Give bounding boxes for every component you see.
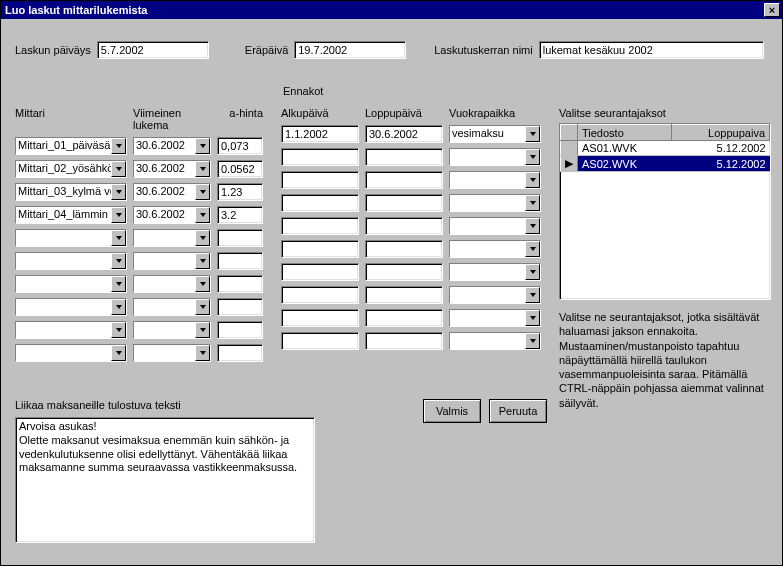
- chevron-down-icon[interactable]: [111, 230, 126, 246]
- tracking-col-end[interactable]: Loppupaiva: [672, 125, 770, 141]
- chevron-down-icon[interactable]: [111, 184, 126, 200]
- meter-combo-0[interactable]: Mittari_01_päiväsäh: [15, 137, 127, 155]
- chevron-down-icon[interactable]: [195, 138, 210, 154]
- adv-end-input-9[interactable]: [365, 332, 443, 350]
- meter-combo-9[interactable]: [15, 344, 127, 362]
- meter-price-input-7[interactable]: [217, 298, 263, 316]
- adv-place-combo-2[interactable]: [449, 171, 541, 189]
- adv-end-input-1[interactable]: [365, 148, 443, 166]
- meter-price-input-1[interactable]: [217, 160, 263, 178]
- memo-textarea[interactable]: [15, 417, 315, 543]
- chevron-down-icon[interactable]: [195, 322, 210, 338]
- adv-end-input-3[interactable]: [365, 194, 443, 212]
- meter-date-combo-4[interactable]: [133, 229, 211, 247]
- chevron-down-icon[interactable]: [525, 264, 540, 280]
- chevron-down-icon[interactable]: [525, 333, 540, 349]
- chevron-down-icon[interactable]: [195, 253, 210, 269]
- meter-date-combo-5[interactable]: [133, 252, 211, 270]
- adv-place-combo-8[interactable]: [449, 309, 541, 327]
- meter-price-input-2[interactable]: [217, 183, 263, 201]
- chevron-down-icon[interactable]: [195, 161, 210, 177]
- close-button[interactable]: ×: [764, 3, 780, 17]
- adv-start-input-2[interactable]: [281, 171, 359, 189]
- meter-combo-7[interactable]: [15, 298, 127, 316]
- adv-place-combo-6[interactable]: [449, 263, 541, 281]
- adv-start-input-8[interactable]: [281, 309, 359, 327]
- adv-place-combo-3[interactable]: [449, 194, 541, 212]
- chevron-down-icon[interactable]: [525, 287, 540, 303]
- adv-end-input-4[interactable]: [365, 217, 443, 235]
- adv-end-input-2[interactable]: [365, 171, 443, 189]
- meter-date-combo-0[interactable]: 30.6.2002: [133, 137, 211, 155]
- chevron-down-icon[interactable]: [111, 207, 126, 223]
- invoice-date-input[interactable]: [97, 41, 209, 59]
- adv-end-input-5[interactable]: [365, 240, 443, 258]
- meter-combo-8[interactable]: [15, 321, 127, 339]
- adv-start-input-5[interactable]: [281, 240, 359, 258]
- adv-start-input-6[interactable]: [281, 263, 359, 281]
- adv-end-input-7[interactable]: [365, 286, 443, 304]
- chevron-down-icon[interactable]: [525, 172, 540, 188]
- tracking-row[interactable]: ▶AS02.WVK5.12.2002: [561, 156, 770, 172]
- chevron-down-icon[interactable]: [195, 276, 210, 292]
- tracking-col-file[interactable]: Tiedosto: [578, 125, 672, 141]
- adv-start-input-1[interactable]: [281, 148, 359, 166]
- chevron-down-icon[interactable]: [111, 138, 126, 154]
- adv-place-combo-1[interactable]: [449, 148, 541, 166]
- adv-place-combo-7[interactable]: [449, 286, 541, 304]
- meter-combo-4[interactable]: [15, 229, 127, 247]
- run-name-input[interactable]: [539, 41, 764, 59]
- meter-price-input-5[interactable]: [217, 252, 263, 270]
- tracking-row[interactable]: AS01.WVK5.12.2002: [561, 141, 770, 156]
- tracking-listbox[interactable]: Tiedosto Loppupaiva AS01.WVK5.12.2002▶AS…: [559, 123, 771, 300]
- chevron-down-icon[interactable]: [525, 310, 540, 326]
- meter-combo-6[interactable]: [15, 275, 127, 293]
- meter-price-input-9[interactable]: [217, 344, 263, 362]
- peruuta-button[interactable]: Peruuta: [489, 399, 547, 423]
- meter-combo-5[interactable]: [15, 252, 127, 270]
- meter-price-input-3[interactable]: [217, 206, 263, 224]
- meter-date-combo-8[interactable]: [133, 321, 211, 339]
- chevron-down-icon[interactable]: [525, 241, 540, 257]
- meter-price-input-6[interactable]: [217, 275, 263, 293]
- adv-end-input-6[interactable]: [365, 263, 443, 281]
- adv-start-input-0[interactable]: [281, 125, 359, 143]
- chevron-down-icon[interactable]: [195, 230, 210, 246]
- meter-price-input-0[interactable]: [217, 137, 263, 155]
- meter-date-combo-3[interactable]: 30.6.2002: [133, 206, 211, 224]
- meter-date-combo-7[interactable]: [133, 298, 211, 316]
- chevron-down-icon[interactable]: [111, 345, 126, 361]
- meter-date-combo-9[interactable]: [133, 344, 211, 362]
- meter-date-combo-1[interactable]: 30.6.2002: [133, 160, 211, 178]
- adv-start-input-4[interactable]: [281, 217, 359, 235]
- chevron-down-icon[interactable]: [195, 345, 210, 361]
- chevron-down-icon[interactable]: [111, 276, 126, 292]
- adv-end-input-8[interactable]: [365, 309, 443, 327]
- row-selector[interactable]: [561, 141, 578, 156]
- chevron-down-icon[interactable]: [525, 126, 540, 142]
- adv-start-input-3[interactable]: [281, 194, 359, 212]
- row-selector[interactable]: ▶: [561, 156, 578, 172]
- chevron-down-icon[interactable]: [195, 207, 210, 223]
- adv-place-combo-5[interactable]: [449, 240, 541, 258]
- meter-date-combo-2[interactable]: 30.6.2002: [133, 183, 211, 201]
- valmis-button[interactable]: Valmis: [423, 399, 481, 423]
- adv-place-combo-0[interactable]: vesimaksu: [449, 125, 541, 143]
- chevron-down-icon[interactable]: [525, 218, 540, 234]
- chevron-down-icon[interactable]: [111, 299, 126, 315]
- meter-combo-2[interactable]: Mittari_03_kylmä ve: [15, 183, 127, 201]
- meter-price-input-8[interactable]: [217, 321, 263, 339]
- chevron-down-icon[interactable]: [525, 195, 540, 211]
- due-date-input[interactable]: [294, 41, 406, 59]
- chevron-down-icon[interactable]: [195, 299, 210, 315]
- adv-place-combo-9[interactable]: [449, 332, 541, 350]
- chevron-down-icon[interactable]: [195, 184, 210, 200]
- chevron-down-icon[interactable]: [111, 161, 126, 177]
- chevron-down-icon[interactable]: [111, 322, 126, 338]
- adv-start-input-7[interactable]: [281, 286, 359, 304]
- meter-combo-1[interactable]: Mittari_02_yösähkö: [15, 160, 127, 178]
- adv-place-combo-4[interactable]: [449, 217, 541, 235]
- chevron-down-icon[interactable]: [525, 149, 540, 165]
- chevron-down-icon[interactable]: [111, 253, 126, 269]
- adv-end-input-0[interactable]: [365, 125, 443, 143]
